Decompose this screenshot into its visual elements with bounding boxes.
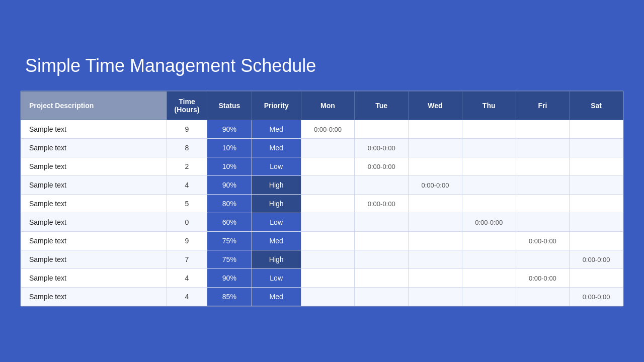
cell-project: Sample text	[21, 288, 167, 306]
cell-thu	[462, 139, 516, 157]
cell-project: Sample text	[21, 213, 167, 232]
cell-status: 75%	[207, 232, 252, 250]
cell-sat	[570, 176, 623, 195]
cell-fri	[516, 250, 570, 269]
cell-time: 9	[167, 232, 207, 250]
cell-fri	[516, 288, 570, 306]
cell-status: 80%	[207, 195, 252, 213]
cell-time: 7	[167, 250, 207, 269]
cell-wed	[409, 269, 462, 288]
header-wed: Wed	[409, 92, 462, 120]
cell-tue	[355, 269, 409, 288]
cell-thu	[462, 157, 516, 176]
cell-wed: 0:00-0:00	[409, 176, 462, 195]
cell-fri	[516, 213, 570, 232]
cell-wed	[409, 288, 462, 306]
cell-status: 90%	[207, 120, 252, 139]
cell-sat: 0:00-0:00	[570, 288, 623, 306]
cell-tue	[355, 250, 409, 269]
cell-status: 10%	[207, 139, 252, 157]
table-body: Sample text990%Med0:00-0:00Sample text81…	[21, 120, 623, 306]
header-mon: Mon	[301, 92, 355, 120]
cell-time: 9	[167, 120, 207, 139]
cell-project: Sample text	[21, 120, 167, 139]
schedule-table-wrapper: Project Description Time(Hours) Status P…	[20, 90, 624, 307]
cell-sat	[570, 157, 623, 176]
cell-thu: 0:00-0:00	[462, 213, 516, 232]
table-row: Sample text485%Med0:00-0:00	[21, 288, 623, 306]
cell-tue	[355, 232, 409, 250]
header-time: Time(Hours)	[167, 92, 207, 120]
cell-time: 5	[167, 195, 207, 213]
cell-fri	[516, 195, 570, 213]
cell-mon	[301, 213, 355, 232]
cell-time: 4	[167, 288, 207, 306]
cell-priority: High	[252, 195, 301, 213]
header-status: Status	[207, 92, 252, 120]
cell-priority: Med	[252, 232, 301, 250]
cell-priority: Low	[252, 269, 301, 288]
header-thu: Thu	[462, 92, 516, 120]
cell-status: 90%	[207, 176, 252, 195]
cell-fri	[516, 176, 570, 195]
cell-sat	[570, 139, 623, 157]
cell-time: 2	[167, 157, 207, 176]
cell-mon	[301, 195, 355, 213]
cell-mon	[301, 250, 355, 269]
cell-wed	[409, 232, 462, 250]
table-row: Sample text775%High0:00-0:00	[21, 250, 623, 269]
cell-wed	[409, 157, 462, 176]
cell-tue: 0:00-0:00	[355, 195, 409, 213]
cell-status: 60%	[207, 213, 252, 232]
page-title: Simple Time Management Schedule	[20, 55, 624, 76]
cell-status: 85%	[207, 288, 252, 306]
cell-wed	[409, 120, 462, 139]
cell-thu	[462, 120, 516, 139]
cell-wed	[409, 195, 462, 213]
cell-mon	[301, 232, 355, 250]
table-row: Sample text490%Low0:00-0:00	[21, 269, 623, 288]
cell-fri: 0:00-0:00	[516, 232, 570, 250]
page-container: Simple Time Management Schedule Project …	[20, 45, 624, 317]
table-row: Sample text580%High0:00-0:00	[21, 195, 623, 213]
cell-priority: High	[252, 176, 301, 195]
table-row: Sample text060%Low0:00-0:00	[21, 213, 623, 232]
header-sat: Sat	[570, 92, 623, 120]
cell-thu	[462, 250, 516, 269]
cell-status: 10%	[207, 157, 252, 176]
cell-thu	[462, 269, 516, 288]
header-project: Project Description	[21, 92, 167, 120]
cell-tue	[355, 176, 409, 195]
cell-tue	[355, 213, 409, 232]
cell-thu	[462, 288, 516, 306]
cell-status: 75%	[207, 250, 252, 269]
cell-fri: 0:00-0:00	[516, 269, 570, 288]
cell-mon	[301, 269, 355, 288]
cell-fri	[516, 157, 570, 176]
cell-tue: 0:00-0:00	[355, 139, 409, 157]
cell-time: 4	[167, 269, 207, 288]
header-priority: Priority	[252, 92, 301, 120]
cell-project: Sample text	[21, 157, 167, 176]
header-fri: Fri	[516, 92, 570, 120]
cell-thu	[462, 195, 516, 213]
cell-priority: Med	[252, 139, 301, 157]
cell-time: 4	[167, 176, 207, 195]
cell-sat	[570, 213, 623, 232]
header-tue: Tue	[355, 92, 409, 120]
table-row: Sample text810%Med0:00-0:00	[21, 139, 623, 157]
schedule-table: Project Description Time(Hours) Status P…	[21, 91, 623, 306]
table-header-row: Project Description Time(Hours) Status P…	[21, 92, 623, 120]
table-row: Sample text490%High0:00-0:00	[21, 176, 623, 195]
cell-mon	[301, 288, 355, 306]
cell-wed	[409, 139, 462, 157]
cell-sat: 0:00-0:00	[570, 250, 623, 269]
cell-priority: Low	[252, 157, 301, 176]
cell-mon	[301, 157, 355, 176]
cell-project: Sample text	[21, 195, 167, 213]
cell-priority: High	[252, 250, 301, 269]
cell-priority: Med	[252, 120, 301, 139]
cell-tue	[355, 288, 409, 306]
cell-project: Sample text	[21, 139, 167, 157]
cell-wed	[409, 213, 462, 232]
